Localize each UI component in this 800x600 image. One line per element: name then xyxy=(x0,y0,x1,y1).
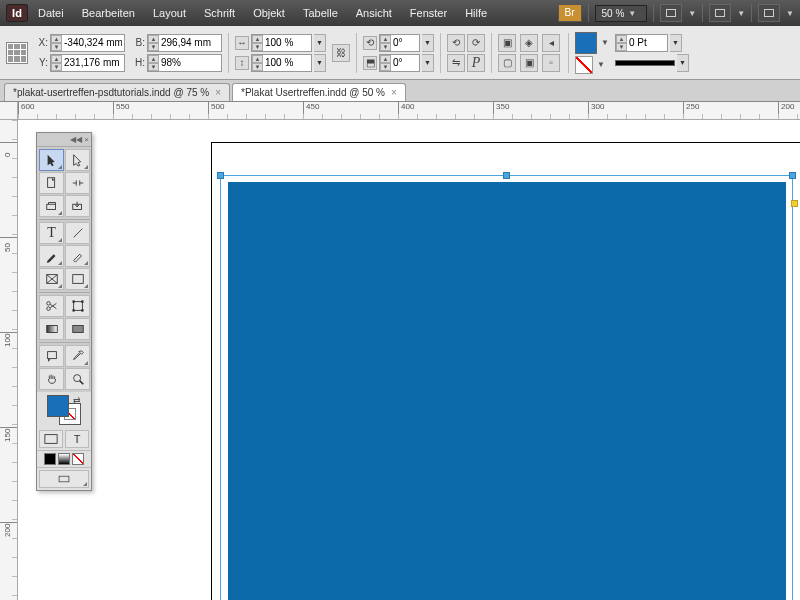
pen-tool[interactable] xyxy=(39,245,64,267)
constrain-icon[interactable]: ⛓ xyxy=(332,44,350,62)
shear-field[interactable]: ▲▼ xyxy=(379,54,420,72)
scale-y-icon: ↕ xyxy=(235,56,249,70)
document-area: 600 550 500 450 400 350 300 250 200 0 50… xyxy=(0,102,800,600)
scale-x-field[interactable]: ▲▼ xyxy=(251,34,312,52)
menu-ansicht[interactable]: Ansicht xyxy=(348,3,400,23)
svg-point-18 xyxy=(73,375,80,382)
select-content-icon[interactable]: ◈ xyxy=(520,34,538,52)
svg-rect-7 xyxy=(72,275,83,284)
flip-indicator-icon: P xyxy=(467,54,485,72)
apply-gradient[interactable] xyxy=(58,453,70,465)
select-container-icon[interactable]: ▣ xyxy=(498,34,516,52)
menu-fenster[interactable]: Fenster xyxy=(402,3,455,23)
hand-tool[interactable] xyxy=(39,368,64,390)
shear-dropdown[interactable]: ▼ xyxy=(422,54,434,72)
y-field[interactable]: ▲▼ xyxy=(50,54,125,72)
zoom-tool[interactable] xyxy=(65,368,90,390)
stroke-style[interactable] xyxy=(615,60,675,66)
flip-h-icon[interactable]: ⇋ xyxy=(447,54,465,72)
formatting-container-icon[interactable] xyxy=(39,430,63,448)
fill-color[interactable] xyxy=(47,395,69,417)
fill-swatch[interactable] xyxy=(575,32,597,54)
pencil-tool[interactable] xyxy=(65,245,90,267)
scale-x-icon: ↔ xyxy=(235,36,249,50)
gradient-feather-tool[interactable] xyxy=(65,318,90,340)
fit-content-icon[interactable]: ▢ xyxy=(498,54,516,72)
svg-point-8 xyxy=(46,307,50,311)
center-content-icon[interactable]: ▫ xyxy=(542,54,560,72)
apply-none[interactable] xyxy=(72,453,84,465)
menu-objekt[interactable]: Objekt xyxy=(245,3,293,23)
apply-color[interactable] xyxy=(44,453,56,465)
note-tool[interactable] xyxy=(39,345,64,367)
content-collector-tool[interactable] xyxy=(39,195,64,217)
zoom-level[interactable]: 50 %▼ xyxy=(595,5,648,22)
scale-y-dropdown[interactable]: ▼ xyxy=(314,54,326,72)
rotate-field[interactable]: ▲▼ xyxy=(379,34,420,52)
svg-rect-1 xyxy=(46,204,55,209)
rectangle-tool[interactable] xyxy=(65,268,90,290)
document-tab[interactable]: *Plakat Usertreffen.indd @ 50 % × xyxy=(232,83,406,101)
stroke-weight-dropdown[interactable]: ▼ xyxy=(670,34,682,52)
stroke-style-dropdown[interactable]: ▼ xyxy=(677,54,689,72)
document-tab[interactable]: *plakat-usertreffen-psdtutorials.indd @ … xyxy=(4,83,230,101)
type-tool[interactable]: T xyxy=(39,222,64,244)
menu-schrift[interactable]: Schrift xyxy=(196,3,243,23)
bridge-button[interactable]: Br xyxy=(558,4,582,22)
line-tool[interactable] xyxy=(65,222,90,244)
arrange-documents-icon[interactable] xyxy=(709,4,731,22)
formatting-text-icon[interactable]: T xyxy=(65,430,89,448)
menu-tabelle[interactable]: Tabelle xyxy=(295,3,346,23)
w-label: B: xyxy=(131,37,145,48)
menu-layout[interactable]: Layout xyxy=(145,3,194,23)
menu-bearbeiten[interactable]: Bearbeiten xyxy=(74,3,143,23)
view-mode-icon[interactable] xyxy=(39,470,89,488)
close-icon[interactable]: × xyxy=(215,87,221,98)
swap-colors-icon[interactable]: ⇄ xyxy=(73,395,81,405)
select-prev-icon[interactable]: ◂ xyxy=(542,34,560,52)
rotate-dropdown[interactable]: ▼ xyxy=(422,34,434,52)
reference-point[interactable] xyxy=(6,42,28,64)
rectangle-frame-tool[interactable] xyxy=(39,268,64,290)
gradient-swatch-tool[interactable] xyxy=(39,318,64,340)
free-transform-tool[interactable] xyxy=(65,295,90,317)
workspace-icon[interactable] xyxy=(758,4,780,22)
screen-mode-icon[interactable] xyxy=(660,4,682,22)
selection-tool[interactable] xyxy=(39,149,64,171)
height-field[interactable]: ▲▼ xyxy=(147,54,222,72)
width-field[interactable]: ▲▼ xyxy=(147,34,222,52)
scale-y-field[interactable]: ▲▼ xyxy=(251,54,312,72)
x-field[interactable]: ▲▼ xyxy=(50,34,125,52)
scissors-tool[interactable] xyxy=(39,295,64,317)
tools-panel[interactable]: ◀◀× T xyxy=(36,132,92,491)
svg-point-11 xyxy=(72,300,75,303)
stroke-swatch[interactable] xyxy=(575,56,593,74)
stroke-weight-field[interactable]: ▲▼ xyxy=(615,34,668,52)
menu-datei[interactable]: Datei xyxy=(30,3,72,23)
rotate-icon: ⟲ xyxy=(363,36,377,50)
svg-rect-10 xyxy=(73,302,82,311)
scale-x-dropdown[interactable]: ▼ xyxy=(314,34,326,52)
color-proxy[interactable]: ⇄ xyxy=(37,392,91,428)
content-placer-tool[interactable] xyxy=(65,195,90,217)
svg-rect-20 xyxy=(45,435,57,444)
direct-selection-tool[interactable] xyxy=(65,149,90,171)
fit-frame-icon[interactable]: ▣ xyxy=(520,54,538,72)
gap-tool[interactable] xyxy=(65,172,90,194)
control-bar: X: ▲▼ Y: ▲▼ B: ▲▼ H: ▲▼ xyxy=(0,26,800,80)
horizontal-ruler[interactable]: 600 550 500 450 400 350 300 250 200 xyxy=(18,102,800,120)
page-tool[interactable] xyxy=(39,172,64,194)
canvas[interactable]: ◀◀× T xyxy=(18,120,800,600)
selection-frame[interactable] xyxy=(220,175,793,600)
close-icon[interactable]: × xyxy=(391,87,397,98)
panel-header[interactable]: ◀◀× xyxy=(37,133,91,147)
menu-hilfe[interactable]: Hilfe xyxy=(457,3,495,23)
svg-rect-0 xyxy=(47,178,54,188)
rotate-ccw-icon[interactable]: ⟲ xyxy=(447,34,465,52)
ruler-origin[interactable] xyxy=(0,102,18,120)
svg-rect-17 xyxy=(47,352,56,359)
svg-point-13 xyxy=(72,309,75,312)
rotate-cw-icon[interactable]: ⟳ xyxy=(467,34,485,52)
vertical-ruler[interactable]: 0 50 100 150 200 xyxy=(0,120,18,600)
eyedropper-tool[interactable] xyxy=(65,345,90,367)
